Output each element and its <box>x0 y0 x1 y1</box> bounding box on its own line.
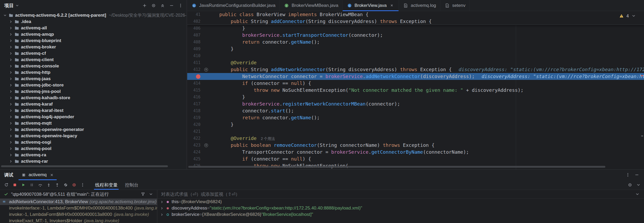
chevron-right-icon[interactable] <box>159 205 165 211</box>
frame-row[interactable]: invoke:-1, LambdaForm$MH/0x00000400013a8… <box>0 211 157 218</box>
breakpoint-icon[interactable] <box>196 74 200 79</box>
chevron-right-icon[interactable] <box>8 57 14 63</box>
pause-icon[interactable] <box>28 181 35 189</box>
tree-item-activemq-console[interactable]: activemq-console <box>0 63 187 69</box>
tree-item-activemq-all[interactable]: activemq-all <box>0 25 187 31</box>
variable-row[interactable]: this = {BrokerView@6824} <box>157 199 644 205</box>
chevron-right-icon[interactable] <box>8 31 14 37</box>
debug-view-tab[interactable]: 控制台 <box>121 180 142 190</box>
tree-item-activemq-jaas[interactable]: activemq-jaas <box>0 76 187 82</box>
project-panel-title[interactable]: 项目 <box>4 2 14 9</box>
chevron-right-icon[interactable] <box>159 212 165 217</box>
chevron-right-icon[interactable] <box>8 25 14 31</box>
tree-item-activemq-osgi[interactable]: activemq-osgi <box>0 139 187 145</box>
mute-breakpoints-icon[interactable] <box>62 181 69 189</box>
filter-icon[interactable] <box>140 191 146 197</box>
chevron-down-icon[interactable] <box>148 191 154 197</box>
tree-item-activemq-kahadb-store[interactable]: activemq-kahadb-store <box>0 95 187 101</box>
evaluate-expression-input[interactable]: 对表达式求值（⏎）或添加监视（⇧⏎） <box>157 190 644 198</box>
tree-item-project-root[interactable]: activemq-activemq-6.2.2 [activemq-parent… <box>0 12 187 19</box>
stripe-mark[interactable] <box>641 135 643 136</box>
tree-item-activemq-pool[interactable]: activemq-pool <box>0 145 187 152</box>
tree-item-activemq-rar[interactable]: activemq-rar <box>0 158 187 165</box>
stop-icon[interactable] <box>11 181 18 189</box>
project-tree-hscrollbar[interactable] <box>1 165 168 167</box>
usages-inlay-hint[interactable]: 2 个用法 <box>261 136 275 141</box>
step-out-icon[interactable] <box>53 181 61 189</box>
chevron-right-icon[interactable] <box>8 95 14 101</box>
debug-panel-title[interactable]: 调试 <box>4 172 13 178</box>
chevron-right-icon[interactable] <box>8 70 14 75</box>
editor-hscrollbar[interactable] <box>188 166 605 168</box>
chevron-down-icon[interactable] <box>14 3 20 8</box>
thread-selector[interactable]: "qtp409007038-58"@5,511 在组"main": 正在运行 <box>0 190 157 198</box>
editor-tab-JavaRuntimeConfigurationBuilder.java[interactable]: CJavaRuntimeConfigurationBuilder.java <box>187 0 280 11</box>
tree-item-idea[interactable]: .idea <box>0 19 187 25</box>
tree-item-activemq-jms-pool[interactable]: activemq-jms-pool <box>0 88 187 95</box>
frame-row[interactable]: addNetworkConnector:413, BrokerView(org.… <box>0 199 157 205</box>
editor[interactable]: 406 }407 brokerService.startTransportCon… <box>187 11 644 169</box>
more-icon[interactable] <box>178 3 184 8</box>
chevron-right-icon[interactable] <box>8 139 14 145</box>
chevron-right-icon[interactable] <box>8 76 14 82</box>
tree-item-activemq-jdbc-store[interactable]: activemq-jdbc-store <box>0 82 187 88</box>
chevron-right-icon[interactable] <box>8 89 14 94</box>
step-into-icon[interactable] <box>45 181 52 189</box>
layout-settings-icon[interactable] <box>627 182 633 188</box>
tree-item-activemq-log4j-appender[interactable]: activemq-log4j-appender <box>0 114 187 120</box>
frame-row[interactable]: invokeExact_MT:-1, Invokers$Holder(java.… <box>0 218 157 223</box>
chevron-right-icon[interactable] <box>8 82 14 88</box>
chevron-right-icon[interactable] <box>8 19 14 25</box>
editor-tab-BrokerViewMBean.java[interactable]: IBrokerViewMBean.java <box>280 0 342 11</box>
chevron-right-icon[interactable] <box>8 44 14 50</box>
tree-item-activemq-openwire-generator[interactable]: activemq-openwire-generator <box>0 126 187 133</box>
chevron-right-icon[interactable] <box>159 199 165 205</box>
more-icon[interactable] <box>79 181 86 189</box>
chevron-right-icon[interactable] <box>8 146 14 152</box>
close-icon[interactable] <box>389 3 395 8</box>
debug-session-tab[interactable]: activemq <box>19 170 57 180</box>
collapse-all-icon[interactable] <box>160 3 166 8</box>
chevron-right-icon[interactable] <box>8 38 14 44</box>
chevron-right-icon[interactable] <box>8 133 14 139</box>
override-icon[interactable] <box>203 142 209 148</box>
view-breakpoints-icon[interactable] <box>70 181 78 189</box>
chevron-right-icon[interactable] <box>8 158 14 164</box>
tree-item-activemq-ra[interactable]: activemq-ra <box>0 152 187 158</box>
chevron-down-icon[interactable] <box>2 12 8 18</box>
hide-icon[interactable] <box>634 172 640 178</box>
chevron-right-icon[interactable] <box>8 63 14 69</box>
chevron-down-icon[interactable] <box>634 191 640 197</box>
hide-icon[interactable] <box>169 3 175 8</box>
editor-tab-setenv[interactable]: setenv <box>440 0 470 11</box>
inspections-widget[interactable]: 4 <box>619 13 637 19</box>
variable-row[interactable]: discoveryAddress = "static:(vm://rce?bro… <box>157 205 644 211</box>
editor-tab-activemq.log[interactable]: activemq.log <box>399 0 440 11</box>
tree-item-activemq-mqtt[interactable]: activemq-mqtt <box>0 120 187 126</box>
variable-row[interactable]: brokerService = {XBeanBrokerService@6826… <box>157 211 644 218</box>
tree-item-activemq-http[interactable]: activemq-http <box>0 69 187 76</box>
breakpoint-stripe-mark[interactable] <box>641 75 643 76</box>
tree-item-activemq-openwire-legacy[interactable]: activemq-openwire-legacy <box>0 133 187 139</box>
plus-icon[interactable] <box>142 3 147 8</box>
chevron-right-icon[interactable] <box>8 120 14 126</box>
tree-item-activemq-broker[interactable]: activemq-broker <box>0 44 187 50</box>
error-stripe[interactable] <box>640 11 644 169</box>
step-over-icon[interactable] <box>37 181 44 189</box>
more-icon[interactable] <box>625 172 631 178</box>
chevron-right-icon[interactable] <box>8 51 14 56</box>
tree-item-activemq-karaf[interactable]: activemq-karaf <box>0 101 187 107</box>
chevron-down-icon[interactable] <box>631 13 637 19</box>
resume-icon[interactable] <box>20 181 27 189</box>
locate-icon[interactable] <box>151 3 156 8</box>
chevron-right-icon[interactable] <box>8 152 14 158</box>
chevron-right-icon[interactable] <box>8 114 14 120</box>
editor-tab-BrokerView.java[interactable]: CBrokerView.java <box>343 0 399 11</box>
close-icon[interactable] <box>49 172 55 178</box>
tree-item-activemq-blueprint[interactable]: activemq-blueprint <box>0 38 187 44</box>
tree-item-activemq-karaf-itest[interactable]: activemq-karaf-itest <box>0 107 187 114</box>
chevron-right-icon[interactable] <box>8 101 14 107</box>
debug-view-tab[interactable]: 线程和变量 <box>91 180 121 190</box>
tree-item-activemq-amqp[interactable]: activemq-amqp <box>0 31 187 38</box>
chevron-right-icon[interactable] <box>8 127 14 133</box>
